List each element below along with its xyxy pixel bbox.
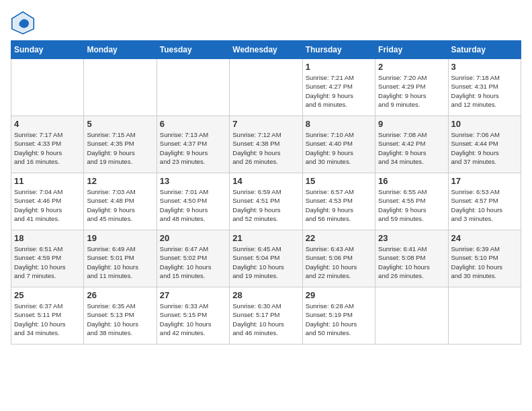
day-detail: Sunrise: 7:06 AM Sunset: 4:44 PM Dayligh…	[451, 130, 518, 166]
day-detail: Sunrise: 6:28 AM Sunset: 5:19 PM Dayligh…	[306, 302, 372, 337]
day-number: 11	[14, 176, 81, 186]
day-number: 12	[87, 176, 153, 186]
day-detail: Sunrise: 7:18 AM Sunset: 4:31 PM Dayligh…	[451, 73, 518, 109]
calendar-cell	[230, 59, 302, 116]
day-number: 3	[451, 62, 518, 72]
calendar-week-row: 11Sunrise: 7:04 AM Sunset: 4:46 PM Dayli…	[11, 173, 521, 230]
calendar-cell: 14Sunrise: 6:59 AM Sunset: 4:51 PM Dayli…	[230, 173, 302, 230]
day-detail: Sunrise: 6:51 AM Sunset: 4:59 PM Dayligh…	[14, 244, 81, 280]
day-detail: Sunrise: 6:47 AM Sunset: 5:02 PM Dayligh…	[160, 244, 226, 280]
calendar-cell: 23Sunrise: 6:41 AM Sunset: 5:08 PM Dayli…	[375, 230, 448, 287]
day-detail: Sunrise: 7:20 AM Sunset: 4:29 PM Dayligh…	[378, 73, 445, 109]
calendar-week-row: 1Sunrise: 7:21 AM Sunset: 4:27 PM Daylig…	[11, 59, 521, 116]
day-number: 6	[160, 119, 226, 129]
calendar-cell: 4Sunrise: 7:17 AM Sunset: 4:33 PM Daylig…	[11, 116, 84, 173]
day-detail: Sunrise: 7:15 AM Sunset: 4:35 PM Dayligh…	[87, 130, 153, 166]
calendar-cell: 6Sunrise: 7:13 AM Sunset: 4:37 PM Daylig…	[157, 116, 229, 173]
day-number: 20	[160, 233, 226, 243]
calendar-cell: 18Sunrise: 6:51 AM Sunset: 4:59 PM Dayli…	[11, 230, 84, 287]
day-number: 1	[306, 62, 372, 72]
day-number: 21	[232, 233, 299, 243]
day-detail: Sunrise: 7:21 AM Sunset: 4:27 PM Dayligh…	[306, 73, 372, 109]
day-detail: Sunrise: 7:04 AM Sunset: 4:46 PM Dayligh…	[14, 187, 81, 223]
calendar-cell: 27Sunrise: 6:33 AM Sunset: 5:15 PM Dayli…	[157, 287, 229, 345]
calendar-cell: 26Sunrise: 6:35 AM Sunset: 5:13 PM Dayli…	[84, 287, 157, 345]
calendar-cell: 2Sunrise: 7:20 AM Sunset: 4:29 PM Daylig…	[375, 59, 448, 116]
day-number: 16	[378, 176, 445, 186]
weekday-header-friday: Friday	[375, 41, 448, 59]
calendar-cell: 9Sunrise: 7:08 AM Sunset: 4:42 PM Daylig…	[375, 116, 448, 173]
calendar-cell: 21Sunrise: 6:45 AM Sunset: 5:04 PM Dayli…	[230, 230, 302, 287]
day-number: 14	[232, 176, 299, 186]
weekday-header-thursday: Thursday	[302, 41, 375, 59]
page-header	[11, 11, 521, 35]
calendar-cell: 3Sunrise: 7:18 AM Sunset: 4:31 PM Daylig…	[448, 59, 521, 116]
day-detail: Sunrise: 6:43 AM Sunset: 5:06 PM Dayligh…	[306, 244, 372, 280]
calendar-cell: 25Sunrise: 6:37 AM Sunset: 5:11 PM Dayli…	[11, 287, 84, 345]
day-number: 22	[306, 233, 372, 243]
day-number: 25	[14, 290, 81, 300]
day-number: 13	[160, 176, 226, 186]
calendar-cell: 12Sunrise: 7:03 AM Sunset: 4:48 PM Dayli…	[84, 173, 157, 230]
day-detail: Sunrise: 7:12 AM Sunset: 4:38 PM Dayligh…	[232, 130, 299, 166]
calendar-week-row: 4Sunrise: 7:17 AM Sunset: 4:33 PM Daylig…	[11, 116, 521, 173]
day-detail: Sunrise: 7:17 AM Sunset: 4:33 PM Dayligh…	[14, 130, 81, 166]
calendar-cell: 13Sunrise: 7:01 AM Sunset: 4:50 PM Dayli…	[157, 173, 229, 230]
day-number: 2	[378, 62, 445, 72]
day-detail: Sunrise: 6:41 AM Sunset: 5:08 PM Dayligh…	[378, 244, 445, 280]
day-detail: Sunrise: 7:03 AM Sunset: 4:48 PM Dayligh…	[87, 187, 153, 223]
day-detail: Sunrise: 7:08 AM Sunset: 4:42 PM Dayligh…	[378, 130, 445, 166]
day-detail: Sunrise: 6:30 AM Sunset: 5:17 PM Dayligh…	[232, 302, 299, 337]
logo-icon	[11, 11, 35, 35]
day-number: 26	[87, 290, 153, 300]
calendar-cell: 17Sunrise: 6:53 AM Sunset: 4:57 PM Dayli…	[448, 173, 521, 230]
calendar-cell	[157, 59, 229, 116]
calendar-cell: 15Sunrise: 6:57 AM Sunset: 4:53 PM Dayli…	[302, 173, 375, 230]
calendar-cell	[11, 59, 84, 116]
day-detail: Sunrise: 6:55 AM Sunset: 4:55 PM Dayligh…	[378, 187, 445, 223]
calendar-week-row: 18Sunrise: 6:51 AM Sunset: 4:59 PM Dayli…	[11, 230, 521, 287]
calendar-cell: 10Sunrise: 7:06 AM Sunset: 4:44 PM Dayli…	[448, 116, 521, 173]
calendar-cell: 28Sunrise: 6:30 AM Sunset: 5:17 PM Dayli…	[230, 287, 302, 345]
day-number: 18	[14, 233, 81, 243]
day-number: 29	[306, 290, 372, 300]
weekday-header-saturday: Saturday	[448, 41, 521, 59]
calendar-week-row: 25Sunrise: 6:37 AM Sunset: 5:11 PM Dayli…	[11, 287, 521, 345]
day-number: 24	[451, 233, 518, 243]
weekday-header-wednesday: Wednesday	[230, 41, 302, 59]
logo	[11, 11, 38, 35]
day-detail: Sunrise: 6:33 AM Sunset: 5:15 PM Dayligh…	[160, 302, 226, 337]
calendar-cell	[448, 287, 521, 345]
calendar-cell	[375, 287, 448, 345]
day-detail: Sunrise: 6:39 AM Sunset: 5:10 PM Dayligh…	[451, 244, 518, 280]
day-number: 19	[87, 233, 153, 243]
day-detail: Sunrise: 6:37 AM Sunset: 5:11 PM Dayligh…	[14, 302, 81, 337]
day-detail: Sunrise: 7:01 AM Sunset: 4:50 PM Dayligh…	[160, 187, 226, 223]
day-number: 4	[14, 119, 81, 129]
calendar-cell: 22Sunrise: 6:43 AM Sunset: 5:06 PM Dayli…	[302, 230, 375, 287]
day-detail: Sunrise: 6:59 AM Sunset: 4:51 PM Dayligh…	[232, 187, 299, 223]
day-number: 9	[378, 119, 445, 129]
calendar-cell	[84, 59, 157, 116]
calendar-cell: 19Sunrise: 6:49 AM Sunset: 5:01 PM Dayli…	[84, 230, 157, 287]
calendar-cell: 11Sunrise: 7:04 AM Sunset: 4:46 PM Dayli…	[11, 173, 84, 230]
calendar-cell: 5Sunrise: 7:15 AM Sunset: 4:35 PM Daylig…	[84, 116, 157, 173]
calendar-cell: 16Sunrise: 6:55 AM Sunset: 4:55 PM Dayli…	[375, 173, 448, 230]
day-detail: Sunrise: 6:45 AM Sunset: 5:04 PM Dayligh…	[232, 244, 299, 280]
calendar-cell: 7Sunrise: 7:12 AM Sunset: 4:38 PM Daylig…	[230, 116, 302, 173]
weekday-header-monday: Monday	[84, 41, 157, 59]
calendar-cell: 24Sunrise: 6:39 AM Sunset: 5:10 PM Dayli…	[448, 230, 521, 287]
calendar-cell: 29Sunrise: 6:28 AM Sunset: 5:19 PM Dayli…	[302, 287, 375, 345]
weekday-header-tuesday: Tuesday	[157, 41, 229, 59]
day-detail: Sunrise: 6:49 AM Sunset: 5:01 PM Dayligh…	[87, 244, 153, 280]
calendar-table: SundayMondayTuesdayWednesdayThursdayFrid…	[11, 40, 521, 345]
day-number: 10	[451, 119, 518, 129]
calendar-cell: 8Sunrise: 7:10 AM Sunset: 4:40 PM Daylig…	[302, 116, 375, 173]
day-detail: Sunrise: 6:35 AM Sunset: 5:13 PM Dayligh…	[87, 302, 153, 337]
day-number: 17	[451, 176, 518, 186]
day-number: 15	[306, 176, 372, 186]
day-number: 8	[306, 119, 372, 129]
day-number: 27	[160, 290, 226, 300]
day-detail: Sunrise: 7:13 AM Sunset: 4:37 PM Dayligh…	[160, 130, 226, 166]
day-number: 5	[87, 119, 153, 129]
